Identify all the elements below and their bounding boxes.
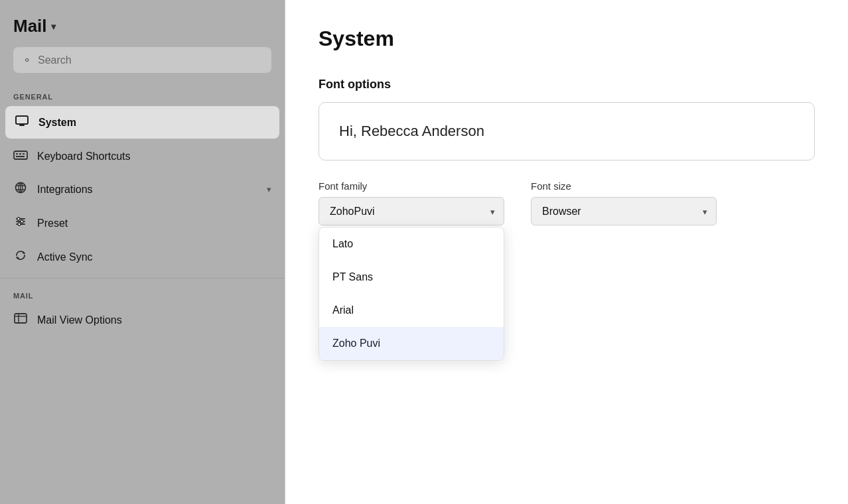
- svg-rect-0: [16, 116, 28, 124]
- integration-icon: [13, 182, 28, 197]
- general-section-label: GENERAL: [0, 84, 285, 105]
- svg-rect-6: [23, 153, 25, 155]
- svg-rect-5: [19, 153, 21, 155]
- dropdown-item-zoho-puvi[interactable]: Zoho Puvi: [319, 327, 504, 360]
- svg-point-13: [17, 218, 20, 220]
- mailview-icon: [13, 313, 28, 327]
- sidebar-item-system[interactable]: System: [5, 106, 279, 139]
- sidebar-divider: [0, 278, 285, 279]
- font-size-select-wrapper[interactable]: Browser Small Medium Large ▾: [531, 197, 717, 225]
- app-title-text: Mail: [13, 16, 47, 36]
- sidebar-item-system-label: System: [38, 117, 76, 129]
- preset-icon: [13, 216, 28, 231]
- dropdown-item-lato[interactable]: Lato: [319, 227, 504, 261]
- font-family-select[interactable]: ZohoPuvi Lato PT Sans Arial Zoho Puvi: [318, 197, 504, 225]
- font-family-dropdown[interactable]: Lato PT Sans Arial Zoho Puvi: [318, 227, 504, 361]
- font-preview-box: Hi, Rebecca Anderson: [318, 102, 815, 160]
- search-placeholder: Search: [38, 54, 72, 66]
- sidebar-item-integrations[interactable]: Integrations ▾: [0, 172, 285, 206]
- font-options-title: Font options: [318, 78, 815, 92]
- dropdown-item-pt-sans[interactable]: PT Sans: [319, 261, 504, 294]
- font-family-label: Font family: [318, 180, 504, 192]
- sidebar-item-mail-view-options-label: Mail View Options: [37, 314, 122, 326]
- svg-rect-4: [16, 153, 18, 155]
- keyboard-icon: [13, 149, 28, 163]
- font-family-select-wrapper[interactable]: ZohoPuvi Lato PT Sans Arial Zoho Puvi ▾ …: [318, 197, 504, 225]
- sidebar: Mail ▾ ⚬ Search GENERAL System: [0, 0, 285, 504]
- sidebar-item-integrations-label: Integrations: [37, 184, 93, 196]
- font-size-group: Font size Browser Small Medium Large ▾: [531, 180, 717, 225]
- sidebar-item-preset-label: Preset: [37, 218, 68, 229]
- font-family-group: Font family ZohoPuvi Lato PT Sans Arial …: [318, 180, 504, 225]
- monitor-icon: [15, 115, 29, 129]
- preview-text: Hi, Rebecca Anderson: [339, 123, 484, 139]
- main-content: System Font options Hi, Rebecca Anderson…: [285, 0, 848, 504]
- svg-point-14: [21, 220, 23, 223]
- sidebar-item-active-sync-label: Active Sync: [37, 251, 93, 263]
- search-bar[interactable]: ⚬ Search: [13, 47, 271, 73]
- mail-section-label: MAIL: [0, 283, 285, 304]
- dropdown-item-arial[interactable]: Arial: [319, 294, 504, 327]
- page-title: System: [318, 27, 815, 51]
- svg-rect-7: [16, 156, 25, 157]
- sidebar-item-keyboard-shortcuts[interactable]: Keyboard Shortcuts: [0, 140, 285, 172]
- font-controls: Font family ZohoPuvi Lato PT Sans Arial …: [318, 180, 815, 225]
- sync-icon: [13, 249, 28, 265]
- svg-point-15: [18, 223, 21, 225]
- sidebar-item-active-sync[interactable]: Active Sync: [0, 240, 285, 274]
- sidebar-item-mail-view-options[interactable]: Mail View Options: [0, 304, 285, 336]
- sidebar-header: Mail ▾ ⚬ Search: [0, 0, 285, 84]
- app-title-chevron: ▾: [51, 21, 56, 32]
- app-title[interactable]: Mail ▾: [13, 16, 271, 36]
- font-size-select[interactable]: Browser Small Medium Large: [531, 197, 717, 225]
- svg-rect-16: [15, 314, 27, 323]
- sidebar-item-preset[interactable]: Preset: [0, 206, 285, 240]
- svg-rect-3: [14, 151, 27, 159]
- search-icon: ⚬: [23, 54, 31, 66]
- font-size-label: Font size: [531, 180, 717, 192]
- chevron-down-icon: ▾: [267, 184, 271, 194]
- sidebar-item-keyboard-shortcuts-label: Keyboard Shortcuts: [37, 151, 131, 162]
